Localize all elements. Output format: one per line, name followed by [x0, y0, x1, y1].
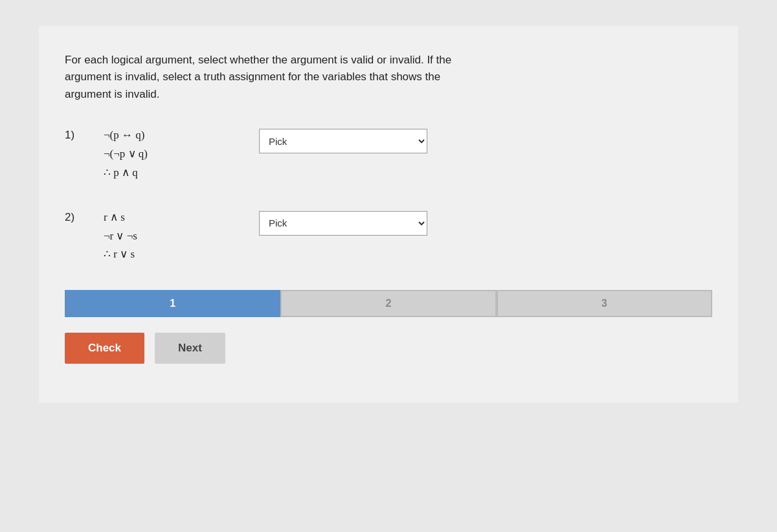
- progress-segment-2: 2: [280, 290, 496, 317]
- problem-1-argument: ¬(p ↔ q) ¬(¬p ∨ q) ∴ p ∧ q: [104, 126, 233, 183]
- next-button[interactable]: Next: [155, 333, 225, 364]
- problem-1: 1) ¬(p ↔ q) ¬(¬p ∨ q) ∴ p ∧ q Pick Valid…: [65, 126, 712, 183]
- problem-1-premise-1: ¬(p ↔ q): [104, 126, 233, 145]
- problem-2-premise-2: ¬r ∨ ¬s: [104, 227, 233, 246]
- problem-1-pick-select[interactable]: Pick Valid Invalid: [259, 129, 427, 153]
- problem-2-pick-select[interactable]: Pick Valid Invalid: [259, 211, 427, 236]
- problem-2: 2) r ∧ s ¬r ∨ ¬s ∴ r ∨ s Pick Valid Inva…: [65, 208, 712, 265]
- problem-2-argument: r ∧ s ¬r ∨ ¬s ∴ r ∨ s: [104, 208, 233, 265]
- main-container: For each logical argument, select whethe…: [39, 26, 738, 403]
- progress-segment-2-label: 2: [386, 298, 392, 309]
- buttons-row: Check Next: [65, 333, 712, 364]
- problem-2-number: 2): [65, 208, 104, 224]
- progress-segment-1: 1: [65, 290, 280, 317]
- check-button[interactable]: Check: [65, 333, 144, 364]
- problem-2-premise-1: r ∧ s: [104, 208, 233, 227]
- progress-bar: 1 2 3: [65, 290, 712, 317]
- progress-segment-3-label: 3: [602, 298, 607, 309]
- problem-1-conclusion: ∴ p ∧ q: [104, 164, 233, 183]
- progress-segment-1-label: 1: [170, 298, 175, 309]
- problem-1-premise-2: ¬(¬p ∨ q): [104, 145, 233, 164]
- instructions-text: For each logical argument, select whethe…: [65, 52, 596, 103]
- problem-2-conclusion: ∴ r ∨ s: [104, 245, 233, 264]
- progress-segment-3: 3: [497, 290, 712, 317]
- problem-1-number: 1): [65, 126, 104, 142]
